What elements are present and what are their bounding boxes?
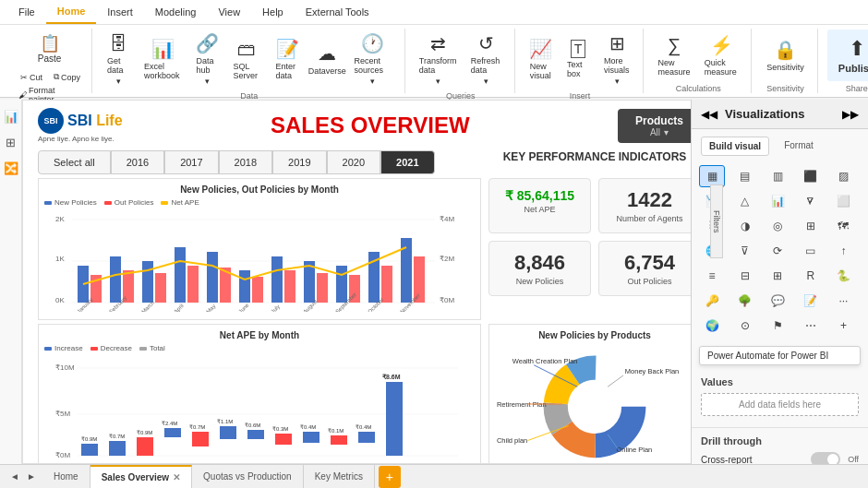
page-tab-quotas[interactable]: Quotas vs Production	[192, 465, 304, 489]
viz-funnel[interactable]: ⊽	[732, 240, 758, 262]
paste-icon: 📋	[40, 35, 60, 52]
sensitivity-button[interactable]: 🔒 Sensitivity	[761, 35, 810, 76]
report-view-icon[interactable]: 📊	[2, 107, 20, 125]
filters-toggle[interactable]: Filters	[710, 184, 723, 258]
refresh-button[interactable]: ↺ Refresh data▾	[465, 29, 507, 89]
products-dropdown[interactable]: Products All ▾	[618, 109, 701, 143]
year-tab-2020[interactable]: 2020	[327, 150, 380, 174]
viz-treemap[interactable]: ⊞	[798, 215, 824, 237]
paste-button[interactable]: 📋 Paste	[15, 29, 84, 69]
drill-through-label: Drill through	[701, 435, 859, 446]
canvas-area: SBI SBI Life Apne liye. Apno ke liye. SA…	[22, 100, 713, 464]
panel-expand-right[interactable]: ▶▶	[842, 108, 859, 121]
viz-gauge[interactable]: ⟳	[765, 240, 790, 262]
viz-decomp-tree[interactable]: 🌳	[732, 290, 758, 312]
svg-text:₹1.1M: ₹1.1M	[217, 419, 233, 424]
tab-format[interactable]: Format	[777, 137, 821, 156]
viz-line-stacked-column[interactable]: 📊	[765, 190, 790, 212]
viz-area[interactable]: △	[732, 190, 758, 212]
add-fields-area[interactable]: Add data fields here	[701, 393, 859, 416]
year-tab-2018[interactable]: 2018	[219, 150, 272, 174]
viz-stacked-column[interactable]: ▥	[765, 165, 790, 187]
viz-key-influencers[interactable]: 🔑	[699, 290, 725, 312]
tab-view[interactable]: View	[207, 1, 251, 23]
transform-button[interactable]: ⇄ Transform data▾	[415, 29, 462, 89]
svg-text:₹2.4M: ₹2.4M	[162, 421, 177, 426]
panel-collapse-left[interactable]: ◀◀	[701, 108, 717, 121]
viz-map[interactable]: 🗺	[830, 215, 856, 237]
cut-button[interactable]: ✂ Cut	[15, 71, 48, 83]
tab-modeling[interactable]: Modeling	[144, 1, 208, 23]
page-tab-key-metrics[interactable]: Key Metrics	[304, 465, 375, 489]
model-view-icon[interactable]: 🔀	[2, 159, 20, 177]
viz-python[interactable]: 🐍	[830, 265, 856, 287]
viz-smart-narrative[interactable]: 📝	[798, 290, 824, 312]
viz-toggle[interactable]: ⊙	[732, 315, 758, 337]
excel-button[interactable]: 📊 Excel workbook	[139, 34, 187, 84]
year-tab-2017[interactable]: 2017	[164, 150, 218, 174]
publish-button[interactable]: ⬆ Publish	[827, 30, 868, 81]
year-tab-2016[interactable]: 2016	[111, 150, 164, 174]
tab-build-visual[interactable]: Build visual	[701, 137, 769, 156]
kpi-value-net-ape: ₹ 85,64,115	[499, 188, 581, 203]
viz-kpi[interactable]: ↑	[830, 240, 856, 262]
data-view-icon[interactable]: ⊞	[2, 133, 20, 151]
year-tab-2021[interactable]: 2021	[380, 150, 434, 174]
new-measure-button[interactable]: ∑ New measure	[653, 31, 695, 80]
svg-text:₹0.9M: ₹0.9M	[81, 436, 97, 442]
panel-header: ◀◀ Visualizations ▶▶	[692, 100, 868, 129]
page-tab-sales-overview[interactable]: Sales Overview ✕	[90, 465, 192, 489]
svg-rect-66	[331, 435, 347, 445]
svg-text:₹0.1M: ₹0.1M	[328, 428, 344, 434]
more-visuals-button[interactable]: ⊞ More visuals▾	[598, 29, 635, 89]
copy-button[interactable]: ⧉ Copy	[50, 71, 84, 83]
tab-external-tools[interactable]: External Tools	[295, 1, 380, 23]
text-box-button[interactable]: T Text box	[561, 36, 595, 82]
recent-sources-button[interactable]: 🕐 Recent sources▾	[348, 29, 396, 89]
viz-donut[interactable]: ◎	[765, 215, 790, 237]
add-page-button[interactable]: +	[379, 466, 401, 488]
data-hub-button[interactable]: 🔗 Data hub▾	[190, 29, 223, 89]
new-visual-button[interactable]: 📈 New visual	[524, 34, 558, 84]
viz-custom[interactable]: +	[830, 315, 856, 337]
viz-ribbon[interactable]: ⛛	[798, 190, 824, 212]
viz-clustered-column[interactable]: ⬛	[798, 165, 824, 187]
viz-r-visual[interactable]: R	[798, 265, 824, 287]
svg-text:Wealth Creation Plan: Wealth Creation Plan	[512, 357, 578, 365]
sbi-tagline: Apne liye. Apno ke liye.	[38, 135, 123, 143]
viz-more[interactable]: ···	[830, 290, 856, 312]
tab-insert[interactable]: Insert	[96, 1, 144, 23]
year-tab-2019[interactable]: 2019	[272, 150, 326, 174]
svg-rect-11	[142, 261, 153, 303]
tab-file[interactable]: File	[7, 1, 46, 23]
quick-measure-button[interactable]: ⚡ Quick measure	[699, 30, 744, 80]
tab-nav-left[interactable]: ◄	[7, 470, 22, 484]
viz-globe[interactable]: 🌍	[699, 315, 725, 337]
sql-button[interactable]: 🗃 SQL Server	[227, 35, 266, 84]
get-data-button[interactable]: 🗄 Get data▾	[102, 30, 135, 89]
close-tab-icon[interactable]: ✕	[173, 472, 180, 482]
viz-slicer[interactable]: ≡	[699, 265, 725, 287]
tab-home[interactable]: Home	[46, 0, 97, 24]
viz-waterfall[interactable]: ⬜	[830, 190, 856, 212]
svg-text:1K: 1K	[55, 255, 65, 263]
year-tab-select-all[interactable]: Select all	[38, 150, 111, 174]
tab-nav-right[interactable]: ►	[24, 470, 39, 484]
calc-items: ∑ New measure ⚡ Quick measure	[653, 29, 743, 82]
viz-table[interactable]: ⊟	[732, 265, 758, 287]
enter-data-button[interactable]: 📝 Enter data	[270, 34, 306, 84]
viz-qna[interactable]: 💬	[765, 290, 790, 312]
viz-flag[interactable]: ⚑	[765, 315, 790, 337]
page-tab-home[interactable]: Home	[42, 465, 90, 489]
viz-ellipsis[interactable]: ⋯	[798, 315, 824, 337]
dataverse-button[interactable]: ☁ Dataverse	[309, 39, 344, 79]
viz-matrix[interactable]: ⊞	[765, 265, 790, 287]
viz-pie[interactable]: ◑	[732, 215, 758, 237]
svg-point-77	[571, 383, 620, 432]
viz-100-bar[interactable]: ▨	[830, 165, 856, 187]
queries-items: ⇄ Transform data▾ ↺ Refresh data▾	[415, 29, 507, 89]
viz-card[interactable]: ▭	[798, 240, 824, 262]
ribbon-group-queries: ⇄ Transform data▾ ↺ Refresh data▾ Querie…	[407, 29, 515, 93]
viz-clustered-bar[interactable]: ▤	[732, 165, 758, 187]
tab-help[interactable]: Help	[251, 1, 295, 23]
